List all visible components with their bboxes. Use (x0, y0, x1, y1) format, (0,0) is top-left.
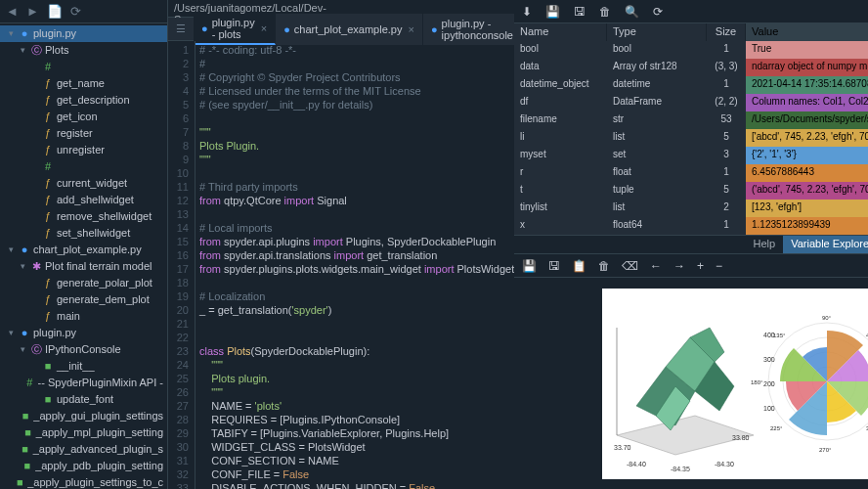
save-all-icon[interactable]: 🖫 (548, 259, 560, 273)
table-row[interactable]: dataArray of str128(3, 3)ndarray object … (514, 59, 868, 76)
outline-tree[interactable]: ▾●plugin.py▾ⓒPlots#ƒget_nameƒget_descrip… (0, 23, 167, 489)
svg-text:33.70: 33.70 (614, 444, 631, 451)
tree-item[interactable]: ƒget_description (0, 92, 167, 109)
tree-item[interactable]: ƒcurrent_widget (0, 175, 167, 192)
back-icon[interactable]: ◄ (6, 4, 19, 19)
table-row[interactable]: filenamestr53/Users/Documents/spyder/spy… (514, 111, 868, 129)
next-icon[interactable]: → (673, 259, 685, 273)
plot-canvas[interactable]: 400 300 200 100 -84.40 -84.35 -84.30 33.… (514, 278, 868, 489)
table-row[interactable]: lilist5['abcd', 745, 2.23, 'efgh', 70.2] (514, 129, 868, 147)
tree-item[interactable]: ■_apply_mpl_plugin_setting (0, 424, 167, 441)
save-plot-icon[interactable]: 💾 (522, 259, 537, 273)
tree-item[interactable]: ■_apply_plugin_settings_to_c (0, 474, 167, 489)
editor-tab[interactable]: ●plugin.py - ipythonconsole× (423, 14, 514, 45)
prev-icon[interactable]: ← (650, 259, 662, 273)
var-toolbar: ⬇ 💾 🖫 🗑 🔍 ⟳ ☰ (514, 0, 868, 23)
table-row[interactable]: rfloat16.4567886443 (514, 164, 868, 182)
svg-text:-84.30: -84.30 (715, 461, 734, 467)
svg-text:-84.40: -84.40 (627, 461, 646, 467)
table-row[interactable]: dfDataFrame(2, 2)Column names: Col1, Col… (514, 94, 868, 111)
svg-text:200: 200 (763, 380, 775, 387)
tree-item[interactable]: ƒunregister (0, 142, 167, 158)
forward-icon[interactable]: ► (26, 4, 39, 19)
tree-item[interactable]: ƒregister (0, 125, 167, 142)
tree-item[interactable]: ▾ⓒPlots (0, 42, 167, 59)
plot-toolbar: 💾 🖫 📋 🗑 ⌫ ← → + − 0 % ☰ (514, 254, 868, 278)
table-row[interactable]: mysetset3{'2', '1', '3'} (514, 147, 868, 164)
file-icon[interactable]: 📄 (47, 4, 63, 19)
tree-item[interactable]: ▾ⓒIPythonConsole (0, 341, 167, 358)
save-icon[interactable]: 💾 (545, 5, 560, 19)
delete-all-icon[interactable]: 🗑 (599, 5, 611, 19)
zoom-out-icon[interactable]: − (716, 259, 722, 273)
code-area[interactable]: # -*- coding: utf-8 -*-## Copyright © Sp… (195, 41, 514, 489)
tree-item[interactable]: ƒset_shellwidget (0, 225, 167, 242)
col-value[interactable]: Value (746, 23, 868, 41)
menu-icon[interactable]: ☰ (176, 22, 186, 35)
table-row[interactable]: tinylistlist2[123, 'efgh'] (514, 200, 868, 217)
svg-text:-84.35: -84.35 (671, 466, 690, 472)
tree-item[interactable]: ■update_font (0, 391, 167, 408)
tree-item[interactable]: ▾✱Plot final terrain model (0, 258, 167, 275)
tree-item[interactable]: ▾●plugin.py (0, 325, 167, 341)
svg-text:270°: 270° (819, 447, 832, 453)
right-panel: ⬇ 💾 🖫 🗑 🔍 ⟳ ☰ Name Type Size Value boolb… (514, 0, 868, 489)
svg-text:135°: 135° (773, 333, 786, 338)
line-gutter: 1234567891011121314151617181920212223242… (168, 41, 195, 489)
panel-tab[interactable]: Help (746, 236, 784, 253)
delete-all-plot-icon[interactable]: ⌫ (622, 259, 638, 273)
table-row[interactable]: ttuple5('abcd', 745, 2.23, 'efgh', 70.2) (514, 182, 868, 200)
plot-image: 400 300 200 100 -84.40 -84.35 -84.30 33.… (602, 289, 868, 479)
editor-panel: /Users/juanitagomez/Local/Dev-Spyder/spy… (168, 0, 514, 489)
save-as-icon[interactable]: 🖫 (574, 5, 586, 19)
refresh-icon[interactable]: ⟳ (70, 4, 81, 19)
table-row[interactable]: xfloat6411.1235123899439 (514, 217, 868, 235)
tree-item[interactable]: ■_apply_pdb_plugin_setting (0, 458, 167, 474)
tree-item[interactable]: ƒadd_shellwidget (0, 192, 167, 208)
tree-item[interactable]: ■_apply_gui_plugin_settings (0, 408, 167, 424)
panel-tabs: HelpVariable ExplorerFilesCode Analysis (514, 235, 868, 254)
tree-item[interactable]: # (0, 59, 167, 75)
tree-item[interactable]: ƒget_name (0, 75, 167, 92)
svg-text:100: 100 (763, 405, 775, 412)
variable-explorer-table[interactable]: Name Type Size Value boolbool1TruedataAr… (514, 23, 868, 235)
tree-item[interactable]: ƒremove_shellwidget (0, 208, 167, 225)
table-row[interactable]: boolbool1True (514, 41, 868, 59)
outline-toolbar: ◄ ► 📄 ⟳ (0, 0, 167, 23)
copy-icon[interactable]: 📋 (572, 259, 586, 273)
delete-icon[interactable]: 🗑 (598, 259, 610, 273)
tree-item[interactable]: ■__init__ (0, 358, 167, 375)
close-icon[interactable]: × (261, 22, 267, 34)
plots-pane: 💾 🖫 📋 🗑 ⌫ ← → + − 0 % ☰ (514, 254, 868, 489)
col-size[interactable]: Size (707, 23, 746, 41)
editor-tab[interactable]: ●plugin.py - plots× (194, 14, 276, 45)
svg-text:90°: 90° (822, 315, 832, 321)
outline-panel: ◄ ► 📄 ⟳ ▾●plugin.py▾ⓒPlots#ƒget_nameƒget… (0, 0, 168, 489)
tree-item[interactable]: ƒget_icon (0, 109, 167, 125)
col-name[interactable]: Name (514, 23, 607, 41)
zoom-in-icon[interactable]: + (697, 259, 704, 273)
table-row[interactable]: datetime_objectdatetime12021-04-14 17:35… (514, 76, 868, 94)
tree-item[interactable]: # (0, 158, 167, 175)
editor-tab[interactable]: ●chart_plot_example.py× (276, 14, 423, 45)
svg-text:180°: 180° (751, 379, 763, 385)
close-icon[interactable]: × (408, 23, 413, 35)
tree-item[interactable]: ▾●chart_plot_example.py (0, 242, 167, 258)
import-icon[interactable]: ⬇ (522, 5, 532, 19)
tree-item[interactable]: ■_apply_advanced_plugin_s (0, 441, 167, 458)
panel-tab[interactable]: Variable Explorer (783, 236, 868, 253)
tree-item[interactable]: #-- SpyderPluginMixin API - (0, 375, 167, 391)
svg-text:33.80: 33.80 (732, 434, 750, 441)
tree-item[interactable]: ƒgenerate_dem_plot (0, 291, 167, 308)
tree-item[interactable]: ▾●plugin.py (0, 25, 167, 42)
search-icon[interactable]: 🔍 (625, 5, 639, 19)
tree-item[interactable]: ƒgenerate_polar_plot (0, 275, 167, 291)
tree-item[interactable]: ƒmain (0, 308, 167, 325)
refresh-icon[interactable]: ⟳ (653, 5, 663, 19)
code-editor[interactable]: 1234567891011121314151617181920212223242… (168, 41, 514, 489)
tabs-row: ☰ ●plugin.py - plots×●chart_plot_example… (168, 18, 514, 41)
col-type[interactable]: Type (607, 23, 707, 41)
svg-text:225°: 225° (770, 425, 783, 431)
svg-text:300: 300 (763, 356, 775, 363)
